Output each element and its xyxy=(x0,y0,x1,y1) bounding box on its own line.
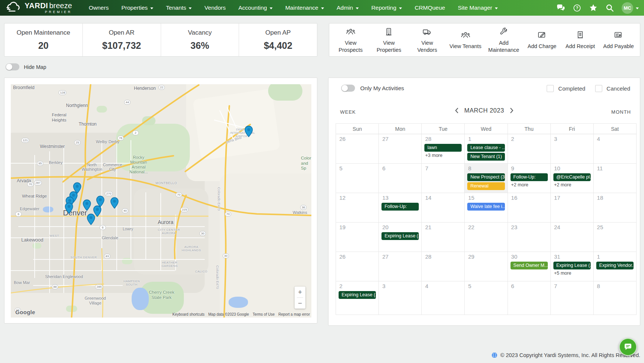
calendar-cell[interactable]: 27 xyxy=(379,134,422,164)
calendar-cell[interactable]: 31Expiring Lease (...+5 more xyxy=(551,252,594,281)
view-tenants-button[interactable]: View Tenants xyxy=(449,30,481,50)
nav-item-tenants[interactable]: Tenants xyxy=(166,4,192,11)
prev-month-button[interactable] xyxy=(455,108,458,113)
nav-item-vendors[interactable]: Vendors xyxy=(204,4,226,11)
only-my-activities-toggle[interactable] xyxy=(341,85,355,92)
nav-item-reporting[interactable]: Reporting xyxy=(371,4,402,11)
map-attribution-keyboard-shortcuts[interactable]: Keyboard shortcuts xyxy=(172,312,204,316)
event-pill-lawn[interactable]: lawn xyxy=(424,144,462,152)
property-map-pin[interactable] xyxy=(245,126,253,139)
calendar-cell[interactable]: 27 xyxy=(379,252,422,281)
map-attribution-report-a-map-error[interactable]: Report a map error xyxy=(279,312,310,316)
nav-item-site-manager[interactable]: Site Manager xyxy=(458,4,498,11)
calendar-cell[interactable]: 25 xyxy=(594,222,637,252)
kpi-open-ar[interactable]: Open AR$107,732 xyxy=(82,23,161,56)
calendar-cell[interactable]: 3 xyxy=(379,281,422,315)
yardi-breeze-logo[interactable]: YARDI breeze PREMIER xyxy=(5,1,76,14)
event-pill-renewal[interactable]: Renewal xyxy=(467,182,505,190)
calendar-cell[interactable]: 9Follow-Up:+2 more xyxy=(508,164,551,193)
help-icon[interactable]: ? xyxy=(573,4,581,12)
calendar-cell[interactable]: 19 xyxy=(336,222,379,252)
calendar-cell[interactable]: 1Expiring Vendor... xyxy=(594,252,637,281)
event-pill-follow-up[interactable]: Follow-Up: xyxy=(381,203,419,211)
kpi-open-ap[interactable]: Open AP$4,402 xyxy=(239,23,317,56)
calendar-cell[interactable]: 8 xyxy=(594,281,637,315)
add-charge-button[interactable]: Add Charge xyxy=(526,30,558,50)
more-events-link[interactable]: +5 more xyxy=(554,271,593,276)
calendar-cell[interactable]: 20Expiring Lease (... xyxy=(379,222,422,252)
event-pill-follow-up[interactable]: Follow-Up: xyxy=(511,173,548,181)
event-pill-expiring-vendor[interactable]: Expiring Vendor... xyxy=(596,262,634,269)
calendar-cell[interactable]: 28 xyxy=(422,252,465,281)
view-prospects-button[interactable]: View Prospects xyxy=(334,26,367,53)
calendar-cell[interactable]: 17 xyxy=(551,193,594,222)
add-maintenance-button[interactable]: Add Maintenance xyxy=(488,26,520,53)
calendar-cell[interactable]: 7 xyxy=(551,281,594,315)
calendar-cell[interactable]: 5 xyxy=(465,281,508,315)
calendar-cell[interactable]: 12 xyxy=(336,193,379,222)
map-attribution-terms-of-use[interactable]: Terms of Use xyxy=(253,312,275,316)
add-receipt-button[interactable]: Add Receipt xyxy=(564,30,596,50)
more-events-link[interactable]: +3 more xyxy=(425,153,464,158)
calendar-cell[interactable]: 11 xyxy=(594,164,637,193)
zoom-out-button[interactable]: − xyxy=(295,298,305,309)
next-month-button[interactable] xyxy=(510,108,513,113)
property-map-pin[interactable] xyxy=(65,202,73,215)
calendar-cell[interactable]: 28lawn+3 more xyxy=(422,134,465,164)
live-chat-button[interactable] xyxy=(619,338,637,356)
map-attribution-map-data-2023-google[interactable]: Map data ©2023 Google xyxy=(208,312,249,316)
calendar-cell[interactable]: 26 xyxy=(336,252,379,281)
more-events-link[interactable]: +2 more xyxy=(554,182,593,187)
calendar-cell[interactable]: 2Expiring Lease (... xyxy=(336,281,379,315)
google-logo[interactable]: Google xyxy=(15,309,35,315)
calendar-cell[interactable]: 7 xyxy=(422,164,465,193)
event-pill-send-owner-m[interactable]: Send Owner M... xyxy=(511,262,548,269)
calendar-cell[interactable]: 4 xyxy=(594,134,637,164)
calendar-cell[interactable]: 24 xyxy=(551,222,594,252)
zoom-in-button[interactable]: + xyxy=(295,287,305,297)
event-pill-expiring-lease[interactable]: Expiring Lease (... xyxy=(381,232,419,240)
calendar-cell[interactable]: 14 xyxy=(422,193,465,222)
completed-checkbox[interactable] xyxy=(547,85,554,92)
event-pill-expiring-lease[interactable]: Expiring Lease (... xyxy=(339,291,376,299)
calendar-cell[interactable]: 6 xyxy=(508,281,551,315)
favorites-icon[interactable] xyxy=(589,3,598,12)
kpi-vacancy[interactable]: Vacancy36% xyxy=(161,23,239,56)
calendar-cell[interactable]: 22 xyxy=(465,222,508,252)
nav-item-admin[interactable]: Admin xyxy=(337,4,359,11)
hide-map-toggle[interactable] xyxy=(6,63,19,70)
calendar-cell[interactable]: 2 xyxy=(508,134,551,164)
month-view-button[interactable]: MONTH xyxy=(611,109,631,115)
property-map-pin[interactable] xyxy=(110,197,119,210)
nav-item-owners[interactable]: Owners xyxy=(89,4,109,11)
calendar-cell[interactable]: 23 xyxy=(508,222,551,252)
add-payable-button[interactable]: Add Payable xyxy=(603,30,635,50)
google-map[interactable]: BroomfieldHendersonNorthglennFederal Hei… xyxy=(11,84,311,318)
more-events-link[interactable]: +2 more xyxy=(511,182,550,187)
calendar-cell[interactable]: 26 xyxy=(336,134,379,164)
property-map-pin[interactable] xyxy=(87,214,95,227)
calendar-cell[interactable]: 3 xyxy=(551,134,594,164)
calendar-cell[interactable]: 29 xyxy=(465,252,508,281)
canceled-checkbox[interactable] xyxy=(595,85,602,92)
kpi-open-maintenance[interactable]: Open Maintenance20 xyxy=(4,23,82,56)
event-pill-new-prospect-3[interactable]: New Prospect (3) xyxy=(467,173,505,181)
nav-item-maintenance[interactable]: Maintenance xyxy=(285,4,324,11)
calendar-cell[interactable]: 6 xyxy=(379,164,422,193)
property-map-pin[interactable] xyxy=(83,199,91,212)
event-pill-expiring-lease[interactable]: Expiring Lease (... xyxy=(553,262,591,269)
nav-item-crmqueue[interactable]: CRMQueue xyxy=(415,4,445,11)
search-icon[interactable] xyxy=(605,3,614,12)
calendar-cell[interactable]: 5 xyxy=(336,164,379,193)
calendar-cell[interactable]: 21 xyxy=(422,222,465,252)
event-pill-ericcapelle-pl[interactable]: @EricCapelle pl... xyxy=(553,173,591,181)
chat-icon[interactable] xyxy=(556,3,565,12)
event-pill-new-tenant-1[interactable]: New Tenant (1) xyxy=(467,153,505,161)
event-pill-waive-late-fee-i[interactable]: Waive late fee i... xyxy=(467,203,505,211)
view-properties-button[interactable]: View Properties xyxy=(373,26,405,53)
nav-item-accounting[interactable]: Accounting xyxy=(238,4,273,11)
calendar-cell[interactable]: 15Waive late fee i... xyxy=(465,193,508,222)
view-vendors-button[interactable]: View Vendors xyxy=(411,26,443,53)
calendar-cell[interactable]: 1Lease clause - ...New Tenant (1) xyxy=(465,134,508,164)
calendar-cell[interactable]: 4 xyxy=(422,281,465,315)
